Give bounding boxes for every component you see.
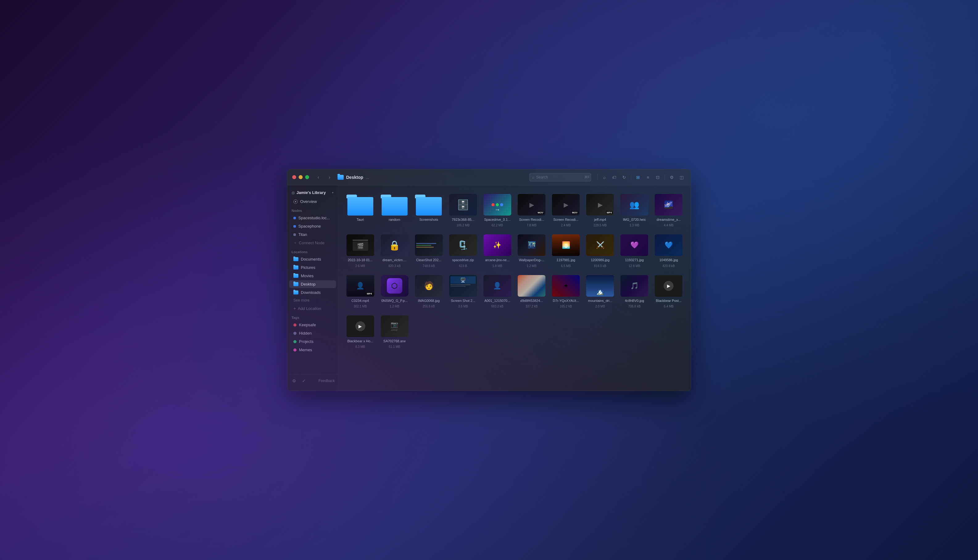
sidebar-item-label: Desktop bbox=[301, 282, 315, 287]
file-item-1193271[interactable]: 💜 1193271.jpg 12.8 MB bbox=[619, 232, 650, 270]
file-item-c0234[interactable]: 👤 MP4 C0234.mp4 302.1 MB bbox=[344, 273, 376, 310]
file-item-random[interactable]: random bbox=[379, 192, 411, 230]
file-item-tauri[interactable]: Tauri bbox=[344, 192, 376, 230]
search-toolbar-btn[interactable]: ⌕ bbox=[600, 173, 609, 182]
forward-button[interactable]: › bbox=[325, 173, 334, 182]
file-item-4c8hbv0[interactable]: 🎵 4c8hBV0.jpg 706.8 kB bbox=[619, 273, 650, 310]
file-item-mountains[interactable]: 🏔️ mountains_dri... 2.0 MB bbox=[584, 273, 616, 310]
sidebar-item-hidden[interactable]: Hidden bbox=[289, 329, 336, 337]
file-thumbnail: 🗜️ bbox=[449, 234, 477, 256]
sidebar-item-memes[interactable]: Memes bbox=[289, 346, 336, 354]
sidebar-item-keepsafe[interactable]: Keepsafe bbox=[289, 321, 336, 329]
file-name: Blackbear x Ho... bbox=[347, 339, 373, 343]
file-item-imag0068[interactable]: 🧑 IMAG0068.jpg 256.6 kB bbox=[413, 273, 445, 310]
sidebar-item-documents[interactable]: Documents bbox=[289, 255, 336, 263]
file-item-a001[interactable]: 👤 A001_1215070... 683.2 kB bbox=[481, 273, 513, 310]
library-header[interactable]: ◎ Jamie's Library ▾ bbox=[287, 189, 338, 197]
file-item-vid2022[interactable]: 🎬 2022-10-18 01... 2.6 MB bbox=[344, 232, 376, 270]
sidebar-item-titan[interactable]: Titan bbox=[289, 231, 336, 238]
file-size: 2.6 MB bbox=[355, 264, 365, 268]
file-item-1197981[interactable]: 🌅 1197981.jpg 6.5 MB bbox=[550, 232, 582, 270]
breadcrumb-more[interactable]: ... bbox=[365, 175, 369, 180]
divider-1 bbox=[597, 174, 597, 180]
file-thumbnail: 💜 bbox=[621, 234, 648, 256]
sidebar-item-overview[interactable]: Overview bbox=[289, 198, 336, 205]
view-media-btn[interactable]: ⊡ bbox=[653, 173, 662, 182]
file-item-blackbear-ho[interactable]: ▶ Blackbear x Ho... 8.3 MB bbox=[344, 313, 376, 351]
sidebar-bottom: ⚙ ✓ Feedback bbox=[287, 374, 338, 387]
back-button[interactable]: ‹ bbox=[314, 173, 323, 182]
file-item-arcane[interactable]: ✨ arcane-jinx-ne... 1.8 MB bbox=[481, 232, 513, 270]
node-indicator bbox=[294, 225, 296, 228]
close-button[interactable] bbox=[292, 175, 296, 179]
tag-btn[interactable]: 🏷 bbox=[610, 173, 619, 182]
file-item-screen-rec2[interactable]: ▶ MOV Screen Recodi... 2.4 MB bbox=[550, 192, 582, 230]
view-grid-btn[interactable]: ⊞ bbox=[634, 173, 643, 182]
sidebar-item-connect-node[interactable]: + Connect Node bbox=[289, 239, 336, 247]
tag-dot bbox=[294, 340, 297, 343]
sidebar-item-movies[interactable]: Movies bbox=[289, 272, 336, 280]
file-item-jeff[interactable]: ▶ MP4 jeff.mp4 229.5 MB bbox=[584, 192, 616, 230]
file-name: dreamstime_x... bbox=[656, 217, 681, 222]
file-size: 748.6 kB bbox=[423, 264, 435, 268]
file-item-d7r[interactable]: ✦ D7r-YQoXYAUt... 165.2 kB bbox=[550, 273, 582, 310]
file-item-blackbear-post[interactable]: ▶ Blackbear Post... 6.4 MB bbox=[653, 273, 684, 310]
file-item-screen-rec1[interactable]: ▶ MOV Screen Recodi... 7.8 MB bbox=[516, 192, 547, 230]
search-bar[interactable]: ⌕ ⌘F bbox=[529, 173, 591, 182]
folder-icon bbox=[337, 175, 344, 180]
file-item-screenshots[interactable]: Screenshots bbox=[413, 192, 445, 230]
feedback-button[interactable]: Feedback bbox=[319, 379, 335, 383]
sidebar-item-projects[interactable]: Projects bbox=[289, 338, 336, 345]
check-button[interactable]: ✓ bbox=[300, 377, 307, 385]
file-thumbnail: 👤 MP4 bbox=[347, 275, 374, 297]
maximize-button[interactable] bbox=[305, 175, 309, 179]
file-name: WallpaperDog-... bbox=[519, 258, 544, 262]
panel-btn[interactable]: ◫ bbox=[677, 173, 686, 182]
file-item-spacedrive-zip[interactable]: 🗜️ spacedrive.zip 623 B bbox=[447, 232, 479, 270]
file-name: SA702768.arw bbox=[384, 339, 406, 343]
minimize-button[interactable] bbox=[299, 175, 303, 179]
file-item-wallpaper[interactable]: 🌃 WallpaperDog-... 1.2 MB bbox=[516, 232, 547, 270]
sidebar-item-spacestudio[interactable]: Spacestudio.loc... bbox=[289, 214, 336, 222]
divider-2 bbox=[631, 174, 631, 180]
refresh-btn[interactable]: ↻ bbox=[620, 173, 628, 182]
file-thumbnail: ▶ MOV bbox=[518, 194, 546, 215]
filter-btn[interactable]: ⚙ bbox=[667, 173, 676, 182]
file-item-0nswq[interactable]: ⬡ 0NSWQ_G_P.p... 1.2 MB bbox=[379, 273, 411, 310]
file-size: 623 B bbox=[459, 264, 467, 268]
file-thumbnail: 🖥️ bbox=[449, 275, 477, 297]
file-item-img0720[interactable]: 👥 IMG_0720.heic 1.3 MB bbox=[619, 192, 650, 230]
file-item-screenshot[interactable]: 🖥️ Screen Shot 2... 3.8 MB bbox=[447, 273, 479, 310]
tags-section-header: Tags bbox=[287, 313, 338, 321]
file-item-d9d8f[interactable]: d9d8f453824... 337.2 kB bbox=[516, 273, 547, 310]
file-item-sa702768[interactable]: 📷 ARW SA702768.arw 51.1 MB bbox=[379, 313, 411, 351]
sidebar-item-pictures[interactable]: Pictures bbox=[289, 264, 336, 272]
file-item-spacedrive[interactable]: → Spacedrive_0.1... 62.2 MB bbox=[481, 192, 513, 230]
file-thumbnail bbox=[518, 275, 546, 297]
play-icon: ▶ bbox=[355, 321, 365, 331]
file-item-dream-victim[interactable]: 🔒 dream_victim.... 820.3 kB bbox=[379, 232, 411, 270]
search-input[interactable] bbox=[536, 175, 582, 180]
sidebar-item-label: Titan bbox=[298, 232, 307, 237]
file-size: 165.2 kB bbox=[560, 305, 572, 308]
view-list-btn[interactable]: ≡ bbox=[644, 173, 652, 182]
sidebar-item-downloads[interactable]: Downloads bbox=[289, 288, 336, 296]
tag-dot bbox=[294, 332, 297, 335]
sidebar-item-label: Memes bbox=[299, 348, 312, 352]
file-thumbnail: 🎬 bbox=[347, 234, 374, 256]
sidebar-item-desktop[interactable]: Desktop bbox=[289, 280, 336, 288]
sidebar-item-spacephone[interactable]: Spacephone bbox=[289, 222, 336, 230]
settings-button[interactable]: ⚙ bbox=[290, 377, 298, 385]
file-item-cleanshot[interactable]: CleanShot 202... 748.6 kB bbox=[413, 232, 445, 270]
chevron-down-icon: ▾ bbox=[332, 191, 334, 194]
file-size: 820.8 kB bbox=[663, 264, 675, 268]
sidebar: ◎ Jamie's Library ▾ Overview Nodes Space… bbox=[287, 185, 338, 391]
file-item-dreamstime[interactable]: 🌌 dreamstime_x... 4.4 MB bbox=[653, 192, 684, 230]
add-location-button[interactable]: + Add Location bbox=[289, 304, 336, 312]
file-item-1049586[interactable]: 💙 1049586.jpg 820.8 kB bbox=[653, 232, 684, 270]
file-item-db[interactable]: 🗄️ 7923c368-85... 106.2 MB bbox=[447, 192, 479, 230]
file-thumbnail: 🌌 bbox=[655, 194, 683, 215]
see-more-button[interactable]: See more bbox=[289, 297, 336, 304]
file-item-1200986[interactable]: ⚔️ 1200986.jpg 814.0 kB bbox=[584, 232, 616, 270]
file-name: Tauri bbox=[357, 217, 364, 222]
